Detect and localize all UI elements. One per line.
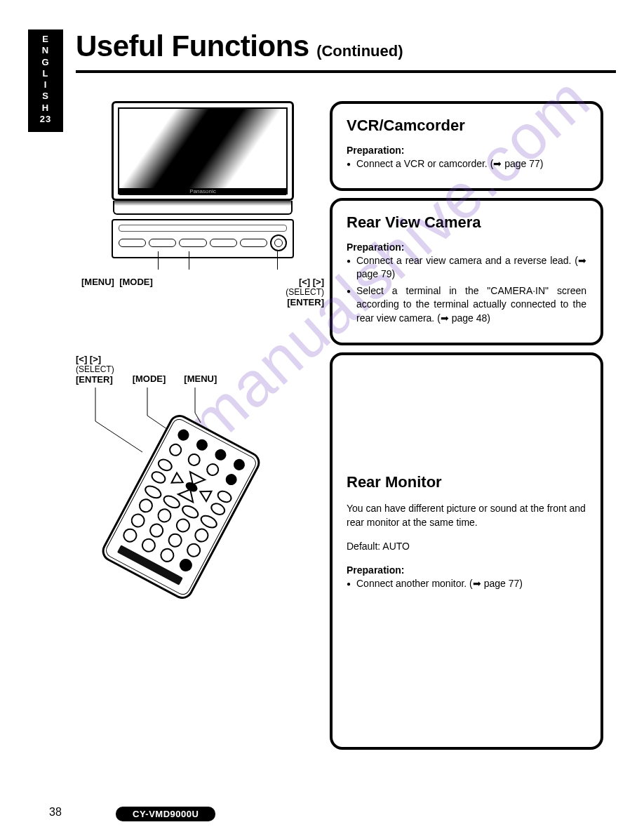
page-number: 38 — [49, 806, 62, 819]
page-header: Useful Functions (Continued) — [76, 28, 616, 63]
svg-line-5 — [195, 413, 201, 423]
box-title: Rear View Camera — [347, 213, 586, 232]
box-title: Rear Monitor — [347, 473, 586, 491]
label-select-buttons: [<] [>] — [286, 277, 324, 287]
box-body-text: You can have different picture or sound … — [347, 501, 586, 530]
box-vcr-camcorder: VCR/Camcorder Preparation: Connect a VCR… — [330, 101, 603, 191]
box-title: VCR/Camcorder — [347, 117, 586, 135]
label-mode: [MODE] — [119, 277, 153, 287]
preparation-label: Preparation: — [347, 241, 586, 253]
remote-label-menu: [MENU] — [184, 373, 217, 384]
prep-item: Select a terminal in the "CAMERA·IN" scr… — [347, 284, 586, 326]
svg-line-1 — [95, 421, 142, 452]
prep-item: Connect another monitor. (➡ page 77) — [347, 577, 586, 591]
model-badge: CY-VMD9000U — [116, 807, 215, 821]
label-select: (SELECT) — [286, 287, 324, 297]
box-default-text: Default: AUTO — [347, 539, 586, 553]
remote-label-enter: [ENTER] — [76, 374, 114, 385]
title-rule — [76, 70, 616, 73]
preparation-label: Preparation: — [347, 564, 586, 576]
label-menu: [MENU] — [81, 277, 114, 287]
remote-label-select: (SELECT) — [76, 364, 114, 374]
box-rear-view-camera: Rear View Camera Preparation: Connect a … — [330, 198, 603, 345]
page-title-sub: (Continued) — [316, 42, 403, 60]
prep-item: Connect a rear view camera and a reverse… — [347, 254, 586, 282]
box-rear-monitor: Rear Monitor You can have different pict… — [330, 352, 603, 750]
device-brand-label: Panasonic — [119, 188, 286, 195]
page-title-main: Useful Functions — [76, 29, 309, 62]
device-knob — [270, 234, 287, 251]
device-button-labels: [MENU] [MODE] [<] [>] (SELECT) [ENTER] — [76, 277, 330, 307]
prep-item: Connect a VCR or camcorder. (➡ page 77) — [347, 157, 586, 171]
remote-control-illustration — [83, 388, 279, 612]
remote-illustration-group: [<] [>] (SELECT) [ENTER] [MODE] [MENU] — [76, 354, 330, 612]
label-enter: [ENTER] — [286, 297, 324, 307]
remote-label-selectbtn: [<] [>] — [76, 354, 114, 364]
preparation-label: Preparation: — [347, 145, 586, 156]
remote-label-mode: [MODE] — [133, 373, 166, 384]
head-unit-illustration: Panasonic — [112, 101, 294, 258]
